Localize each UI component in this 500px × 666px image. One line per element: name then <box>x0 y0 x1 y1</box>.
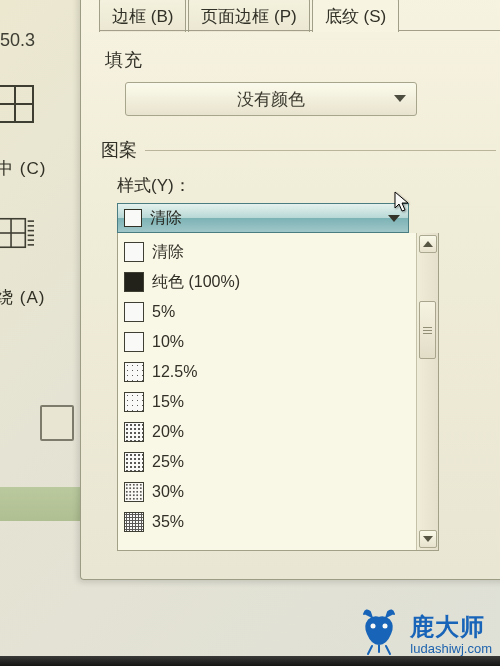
scrollbar-track[interactable] <box>419 253 436 530</box>
indent-value: 150.3 <box>0 30 90 51</box>
scrollbar-thumb[interactable] <box>419 301 436 359</box>
pattern-group-label: 图案 <box>101 138 137 162</box>
list-item[interactable]: 10% <box>122 327 416 357</box>
watermark-brand: 鹿大师 <box>410 611 492 643</box>
svg-point-13 <box>383 624 388 629</box>
deer-logo-icon <box>354 606 404 656</box>
center-button[interactable]: 居中 (C) <box>0 157 90 180</box>
bottom-edge <box>0 656 500 666</box>
tab-borders-label: 边框 (B) <box>112 7 173 26</box>
list-item[interactable]: 纯色 (100%) <box>122 267 416 297</box>
scroll-up-button[interactable] <box>419 235 437 253</box>
chevron-up-icon <box>423 241 433 247</box>
wrap-button[interactable]: 环绕 (A) <box>0 286 90 309</box>
list-item[interactable]: 清除 <box>122 237 416 267</box>
truncated-button[interactable] <box>40 405 74 441</box>
list-item[interactable]: 25% <box>122 447 416 477</box>
chevron-down-icon <box>394 95 406 102</box>
tab-borders[interactable]: 边框 (B) <box>99 0 186 32</box>
list-item[interactable]: 35% <box>122 507 416 537</box>
fill-color-value: 没有颜色 <box>237 88 305 111</box>
list-item[interactable]: 5% <box>122 297 416 327</box>
list-item-label: 纯色 (100%) <box>152 272 240 293</box>
pattern-style-selected: 清除 <box>150 208 182 229</box>
tab-page-border-label: 页面边框 (P) <box>201 7 296 26</box>
list-item[interactable]: 12.5% <box>122 357 416 387</box>
swatch-25pct-icon <box>124 452 144 472</box>
list-item-label: 15% <box>152 393 184 411</box>
list-item[interactable]: 15% <box>122 387 416 417</box>
fill-color-dropdown[interactable]: 没有颜色 <box>125 82 417 116</box>
swatch-30pct-icon <box>124 482 144 502</box>
tab-underline <box>99 30 500 31</box>
swatch-20pct-icon <box>124 422 144 442</box>
list-item-label: 30% <box>152 483 184 501</box>
borders-shading-dialog: 边框 (B) 页面边框 (P) 底纹 (S) 填充 没有颜色 图案 样式(Y)：… <box>80 0 500 580</box>
tab-strip: 边框 (B) 页面边框 (P) 底纹 (S) <box>99 0 500 32</box>
list-item-label: 35% <box>152 513 184 531</box>
swatch-12pct-icon <box>124 362 144 382</box>
list-item-label: 5% <box>152 303 175 321</box>
fill-label: 填充 <box>105 48 500 72</box>
borders-grid-lines-icon <box>0 210 38 256</box>
borders-grid-icon <box>0 81 38 127</box>
list-item-label: 20% <box>152 423 184 441</box>
chevron-down-icon <box>423 536 433 542</box>
pattern-style-list: 清除 纯色 (100%) 5% 10% 12.5% 15% 20% 25% 30… <box>118 233 416 550</box>
swatch-solid-icon <box>124 272 144 292</box>
swatch-clear-icon <box>124 209 142 227</box>
scroll-down-button[interactable] <box>419 530 437 548</box>
swatch-35pct-icon <box>124 512 144 532</box>
background-panel: 150.3 居中 (C) 环绕 (A) <box>0 0 90 666</box>
group-divider <box>145 150 496 151</box>
svg-point-12 <box>371 624 376 629</box>
list-item-label: 10% <box>152 333 184 351</box>
chevron-down-icon <box>388 215 400 222</box>
swatch-10pct-icon <box>124 332 144 352</box>
swatch-15pct-icon <box>124 392 144 412</box>
pattern-group: 图案 样式(Y)： 清除 清除 纯色 (100%) 5% 10% 12.5% 1… <box>101 138 500 551</box>
watermark: 鹿大师 ludashiwj.com <box>354 606 492 656</box>
style-label: 样式(Y)： <box>117 174 500 197</box>
tab-page-border[interactable]: 页面边框 (P) <box>188 0 309 32</box>
pattern-style-dropdown[interactable]: 清除 <box>117 203 409 233</box>
list-item-label: 清除 <box>152 242 184 263</box>
pattern-style-listbox: 清除 纯色 (100%) 5% 10% 12.5% 15% 20% 25% 30… <box>117 233 439 551</box>
list-item[interactable]: 20% <box>122 417 416 447</box>
swatch-5pct-icon <box>124 302 144 322</box>
watermark-domain: ludashiwj.com <box>410 641 492 656</box>
tab-shading[interactable]: 底纹 (S) <box>312 0 399 32</box>
list-item-label: 12.5% <box>152 363 197 381</box>
list-item[interactable]: 30% <box>122 477 416 507</box>
scrollbar[interactable] <box>416 233 438 550</box>
list-item-label: 25% <box>152 453 184 471</box>
swatch-clear-icon <box>124 242 144 262</box>
tab-shading-label: 底纹 (S) <box>325 7 386 26</box>
